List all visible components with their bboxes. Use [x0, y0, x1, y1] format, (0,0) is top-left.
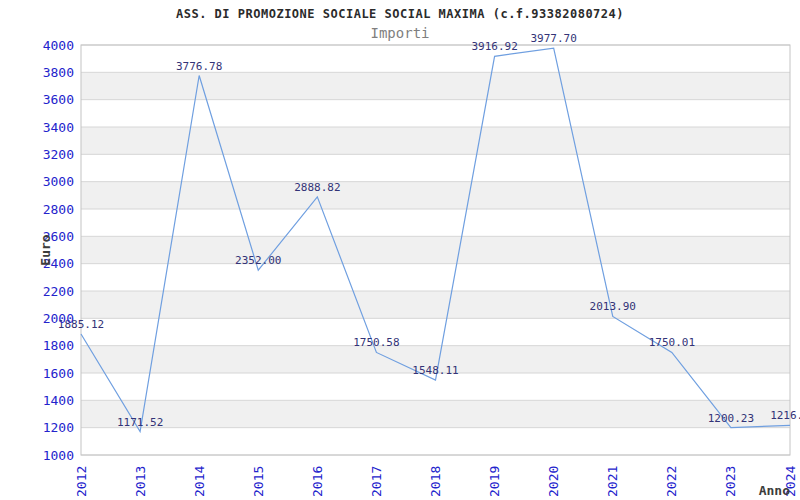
y-tick-label: 1000 [43, 448, 74, 463]
plot-band [81, 291, 790, 318]
y-tick-label: 1200 [43, 420, 74, 435]
y-tick-label: 3800 [43, 65, 74, 80]
x-axis-title: Anno [759, 483, 790, 498]
y-tick-label: 3000 [43, 174, 74, 189]
x-tick-label: 2014 [192, 466, 207, 497]
data-point-label: 1216.5 [770, 409, 800, 422]
plot-band [81, 236, 790, 263]
data-point-label: 2352.00 [235, 254, 281, 267]
y-tick-label: 2800 [43, 202, 74, 217]
data-point-label: 1750.01 [649, 336, 695, 349]
line-chart-svg: 1885.121171.523776.782352.002888.821750.… [0, 0, 800, 500]
line-chart: ASS. DI PROMOZIONE SOCIALE SOCIAL MAXIMA… [0, 0, 800, 500]
y-tick-label: 2000 [43, 311, 74, 326]
data-point-label: 3916.92 [471, 40, 517, 53]
x-tick-label: 2023 [723, 466, 738, 497]
data-point-label: 2888.82 [294, 181, 340, 194]
x-tick-label: 2013 [133, 466, 148, 497]
data-point-label: 3776.78 [176, 60, 222, 73]
y-tick-label: 1400 [43, 393, 74, 408]
y-tick-label: 4000 [43, 38, 74, 53]
data-point-label: 3977.70 [530, 32, 576, 45]
data-point-label: 2013.90 [590, 300, 636, 313]
plot-band [81, 182, 790, 209]
y-tick-label: 3400 [43, 120, 74, 135]
y-tick-label: 3200 [43, 147, 74, 162]
plot-band [81, 400, 790, 427]
y-tick-label: 1800 [43, 338, 74, 353]
x-tick-label: 2018 [428, 466, 443, 497]
data-point-label: 1548.11 [412, 364, 458, 377]
x-tick-label: 2021 [605, 466, 620, 497]
data-point-label: 1200.23 [708, 412, 754, 425]
x-tick-label: 2012 [74, 466, 89, 497]
x-tick-label: 2016 [310, 466, 325, 497]
plot-band [81, 72, 790, 99]
x-tick-label: 2017 [369, 466, 384, 497]
x-tick-label: 2020 [546, 466, 561, 497]
data-point-label: 1750.58 [353, 336, 399, 349]
data-point-label: 1171.52 [117, 416, 163, 429]
y-tick-label: 1600 [43, 366, 74, 381]
y-tick-label: 2200 [43, 284, 74, 299]
x-tick-label: 2022 [664, 466, 679, 497]
x-tick-label: 2015 [251, 466, 266, 497]
x-tick-label: 2019 [487, 466, 502, 497]
y-axis-title: Euro [38, 234, 53, 265]
y-tick-label: 3600 [43, 92, 74, 107]
